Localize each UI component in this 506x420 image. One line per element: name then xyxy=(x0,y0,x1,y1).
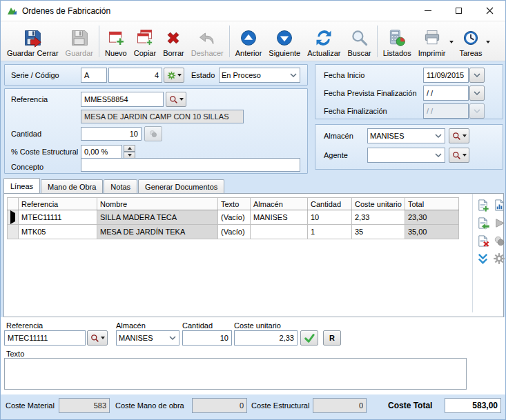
cell-almacen[interactable] xyxy=(251,225,308,239)
agente-combo[interactable] xyxy=(367,148,445,163)
componentes-button[interactable] xyxy=(144,126,162,141)
col-texto[interactable]: Texto xyxy=(218,198,251,210)
col-referencia[interactable]: Referencia xyxy=(19,198,97,210)
referencia-input[interactable] xyxy=(81,92,164,107)
col-nombre[interactable]: Nombre xyxy=(97,198,218,210)
totals-bar: Coste Material Coste Mano de obra Coste … xyxy=(1,394,506,420)
serie-input[interactable] xyxy=(81,68,107,83)
serie-codigo-panel: Serie / Código Estado En Proceso xyxy=(4,64,308,86)
actualizar-button[interactable]: Actualizar xyxy=(304,23,344,60)
guardar-cerrar-label: Guardar Cerrar xyxy=(7,49,59,57)
deshacer-button[interactable]: Deshacer xyxy=(188,23,227,60)
coste-estructural-pct-input[interactable] xyxy=(81,145,122,159)
codigo-gear-button[interactable] xyxy=(164,68,184,83)
tasks-icon xyxy=(461,28,480,48)
cell-nombre[interactable]: MESA DE JARDÍN TEKA xyxy=(97,225,218,239)
col-cantidad[interactable]: Cantidad xyxy=(308,198,352,210)
almacen-lookup-button[interactable] xyxy=(449,128,469,143)
tareas-dropdown-icon[interactable] xyxy=(486,41,490,43)
nuevo-label: Nuevo xyxy=(105,49,127,57)
next-icon xyxy=(275,28,294,48)
guardar-button[interactable]: Guardar xyxy=(62,23,97,60)
tareas-button[interactable]: Tareas xyxy=(456,26,485,60)
cell-nombre[interactable]: SILLA MADERA TECA xyxy=(97,210,218,225)
fecha-inicio-dropdown-button[interactable] xyxy=(469,68,485,83)
fecha-prevista-dropdown-button[interactable] xyxy=(469,86,485,101)
buscar-button[interactable]: Buscar xyxy=(344,23,374,60)
cell-referencia[interactable]: MTEC11111 xyxy=(19,210,97,225)
editor-cantidad-input[interactable] xyxy=(182,330,232,346)
coste-estructural-label: Coste Estructural xyxy=(251,401,309,410)
components-icon xyxy=(148,129,158,139)
play-icon xyxy=(493,217,506,230)
cell-texto[interactable]: (Vacío) xyxy=(218,225,251,239)
imprimir-button[interactable]: Imprimir xyxy=(415,26,449,60)
r-button[interactable]: R xyxy=(323,330,341,346)
lookup-dropdown-icon xyxy=(179,98,184,101)
add-line-button[interactable] xyxy=(476,198,489,212)
editor-referencia-input[interactable] xyxy=(4,330,86,346)
cantidad-input[interactable] xyxy=(81,127,142,141)
estado-combo[interactable]: En Proceso xyxy=(219,68,300,83)
tab-mano-de-obra[interactable]: Mano de Obra xyxy=(41,179,103,193)
tab-lineas[interactable]: Líneas xyxy=(3,178,40,193)
col-total[interactable]: Total xyxy=(405,198,458,210)
window-controls xyxy=(412,1,505,21)
siguiente-button[interactable]: Siguiente xyxy=(265,23,304,60)
codigo-input[interactable] xyxy=(108,68,162,83)
gear-dropdown-icon xyxy=(177,74,182,77)
almacen-combo[interactable]: MANISES xyxy=(367,128,445,143)
agente-lookup-button[interactable] xyxy=(449,148,469,163)
grid-row-1[interactable]: MTEC11111 SILLA MADERA TECA (Vacío) MANI… xyxy=(8,210,459,225)
close-button[interactable] xyxy=(474,1,505,21)
cell-coste-unitario[interactable]: 35 xyxy=(352,225,405,239)
editor-referencia-lookup-button[interactable] xyxy=(87,330,108,346)
minimize-button[interactable] xyxy=(412,1,443,21)
cell-total[interactable]: 23,30 xyxy=(405,210,458,225)
nuevo-button[interactable]: Nuevo xyxy=(101,23,130,60)
col-almacen[interactable]: Almacén xyxy=(251,198,308,210)
copiar-button[interactable]: Copiar xyxy=(130,23,159,60)
expand-lines-button[interactable] xyxy=(476,252,489,266)
referencia-descripcion-field: MESA DE JARDIN CAMP CON 10 SILLAS xyxy=(81,110,244,123)
delete-line-icon xyxy=(476,234,489,248)
concepto-input[interactable] xyxy=(81,158,300,172)
fecha-prevista-input[interactable] xyxy=(423,86,469,101)
insert-line-button[interactable] xyxy=(476,216,489,230)
guardar-cerrar-button[interactable]: Guardar Cerrar xyxy=(3,23,62,60)
cell-total[interactable]: 35,00 xyxy=(405,225,458,239)
imprimir-dropdown-icon[interactable] xyxy=(449,41,454,43)
delete-line-button[interactable] xyxy=(476,234,489,248)
editor-coste-unitario-input[interactable] xyxy=(234,330,298,346)
cell-texto[interactable]: (Vacío) xyxy=(218,210,251,225)
spinner-up-button[interactable] xyxy=(124,145,135,152)
maximize-button[interactable] xyxy=(443,1,474,21)
almacen-label: Almacén xyxy=(324,132,353,140)
run-button[interactable] xyxy=(492,216,506,230)
confirm-line-button[interactable] xyxy=(300,330,318,346)
siguiente-label: Siguiente xyxy=(269,49,300,57)
anterior-button[interactable]: Anterior xyxy=(232,23,266,60)
cell-cantidad[interactable]: 10 xyxy=(308,210,352,225)
line-components-button[interactable] xyxy=(492,234,506,248)
estado-label: Estado xyxy=(191,71,215,79)
cell-cantidad[interactable]: 1 xyxy=(308,225,352,239)
cell-referencia[interactable]: MTK05 xyxy=(19,225,97,239)
referencia-lookup-button[interactable] xyxy=(166,92,186,107)
line-report-button[interactable] xyxy=(492,198,506,212)
toolbar-separator xyxy=(99,26,99,57)
new-icon xyxy=(106,28,126,48)
cell-coste-unitario[interactable]: 2,33 xyxy=(352,210,405,225)
cell-almacen[interactable]: MANISES xyxy=(251,210,308,225)
editor-texto-input[interactable] xyxy=(4,358,467,390)
grid-settings-button[interactable] xyxy=(492,252,506,266)
app-icon[interactable] xyxy=(6,5,18,17)
tab-generar-documentos[interactable]: Generar Documentos xyxy=(138,179,224,193)
grid-row-2[interactable]: MTK05 MESA DE JARDÍN TEKA (Vacío) 1 35 3… xyxy=(8,225,459,239)
tab-notas[interactable]: Notas xyxy=(104,179,137,193)
col-coste-unitario[interactable]: Coste unitario xyxy=(352,198,405,210)
editor-almacen-combo[interactable]: MANISES xyxy=(116,330,179,346)
borrar-button[interactable]: Borrar xyxy=(159,23,188,60)
fecha-inicio-input[interactable] xyxy=(423,68,469,83)
listados-button[interactable]: Listados xyxy=(380,23,415,60)
